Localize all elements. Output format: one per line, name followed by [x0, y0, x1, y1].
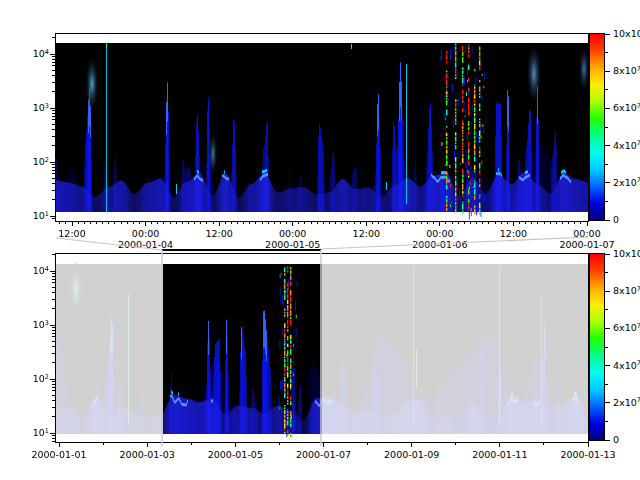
x-minor-tick [206, 222, 207, 224]
x-minor-tick [384, 222, 385, 224]
x-major-tick [513, 222, 514, 226]
y-tick-label-exp: 2 [45, 372, 49, 380]
x-minor-tick [403, 222, 404, 224]
x-major-tick [235, 443, 236, 447]
y-minor-tick [52, 435, 55, 436]
colorbar-major-tick [605, 328, 610, 329]
x-date-label-text: 2000-01-05 [208, 449, 263, 460]
x-date-label: 2000-01-07 [296, 450, 351, 460]
x-date-label: 2000-01-09 [384, 450, 439, 460]
colorbar-tick-label: 2x107 [613, 177, 640, 188]
x-minor-tick [121, 222, 122, 224]
top-spectrogram-canvas [56, 34, 588, 221]
x-date-label: 2000-01-06 [412, 240, 467, 250]
colorbar-major-tick [605, 402, 610, 403]
colorbar-tick-label-text: 8x10 [613, 65, 637, 76]
x-time-label-text: 12:00 [500, 228, 527, 239]
x-minor-tick [274, 222, 275, 224]
y-tick-label-exp: 1 [45, 426, 49, 434]
colorbar-tick-label-text: 6x10 [613, 322, 637, 333]
colorbar-tick-label: 0 [613, 215, 619, 226]
x-minor-tick [562, 222, 563, 224]
colorbar-minor-tick [605, 421, 608, 422]
x-major-tick [323, 443, 324, 447]
x-minor-tick [476, 222, 477, 224]
x-date-label-text: 2000-01-05 [265, 239, 320, 250]
colorbar-minor-tick [605, 127, 608, 128]
colorbar-tick-label-text: 10x10 [613, 248, 640, 259]
x-minor-tick [409, 222, 410, 224]
x-date-label-text: 2000-01-11 [472, 449, 527, 460]
x-minor-tick [335, 222, 336, 224]
colorbar-minor-tick [605, 201, 608, 202]
y-tick-label: 101 [19, 211, 49, 222]
x-minor-tick [482, 222, 483, 224]
x-time-label: 12:00 [500, 229, 527, 239]
x-minor-tick [367, 443, 368, 445]
x-time-label: 00:00 [573, 229, 600, 239]
y-tick-label: 104 [19, 266, 49, 277]
y-tick-label: 102 [19, 157, 49, 168]
x-time-label-text: 00:00 [279, 228, 306, 239]
x-minor-tick [329, 222, 330, 224]
y-minor-tick [52, 416, 55, 417]
y-minor-tick [52, 400, 55, 401]
overview-colorbar: 10x1078x1076x1074x1072x1070 [589, 253, 605, 441]
y-tick-label: 101 [19, 428, 49, 439]
top-colorbar: 10x1078x1076x1074x1072x1070 [589, 33, 605, 221]
x-minor-tick [347, 222, 348, 224]
x-minor-tick [427, 222, 428, 224]
x-minor-tick [102, 222, 103, 224]
y-major-tick [50, 379, 55, 380]
y-minor-tick [52, 37, 55, 38]
x-time-label-text: 12:00 [205, 228, 232, 239]
colorbar-major-tick [605, 34, 610, 35]
colorbar-minor-tick [605, 164, 608, 165]
y-tick-label-exp: 4 [45, 47, 49, 55]
x-minor-tick [191, 443, 192, 445]
y-minor-tick [52, 273, 55, 274]
x-minor-tick [268, 222, 269, 224]
y-minor-tick [52, 116, 55, 117]
x-date-label: 2000-01-13 [560, 450, 615, 460]
y-tick-label: 103 [19, 320, 49, 331]
x-minor-tick [519, 222, 520, 224]
x-minor-tick [96, 222, 97, 224]
x-minor-tick [452, 222, 453, 224]
y-major-tick [50, 108, 55, 109]
x-time-label: 00:00 [132, 229, 159, 239]
x-minor-tick [415, 222, 416, 224]
x-minor-tick [378, 222, 379, 224]
x-minor-tick [108, 222, 109, 224]
y-minor-tick [52, 70, 55, 71]
x-minor-tick [574, 222, 575, 224]
x-date-label: 2000-01-05 [208, 450, 263, 460]
y-tick-label-exp: 3 [45, 101, 49, 109]
x-minor-tick [127, 222, 128, 224]
x-minor-tick [243, 222, 244, 224]
colorbar-tick-label: 0 [613, 435, 619, 446]
y-minor-tick [52, 82, 55, 83]
y-minor-tick [52, 145, 55, 146]
x-time-label-text: 12:00 [58, 228, 85, 239]
x-major-tick [145, 222, 146, 226]
x-minor-tick [470, 222, 471, 224]
x-date-label-text: 2000-01-13 [560, 449, 615, 460]
y-minor-tick [52, 330, 55, 331]
colorbar-minor-tick [605, 347, 608, 348]
x-date-label: 2000-01-04 [118, 240, 173, 250]
colorbar-major-tick [605, 71, 610, 72]
y-minor-tick [52, 59, 55, 60]
y-tick-label-text: 10 [33, 102, 45, 113]
colorbar-tick-label-text: 0 [613, 434, 619, 445]
y-minor-tick [52, 190, 55, 191]
x-date-label-text: 2000-01-07 [296, 449, 351, 460]
x-minor-tick [286, 222, 287, 224]
y-tick-label-text: 10 [33, 210, 45, 221]
y-minor-tick [52, 395, 55, 396]
y-major-tick [50, 325, 55, 326]
x-major-tick [292, 222, 293, 226]
colorbar-tick-label-text: 6x10 [613, 102, 637, 113]
y-major-tick [50, 271, 55, 272]
y-minor-tick [52, 287, 55, 288]
